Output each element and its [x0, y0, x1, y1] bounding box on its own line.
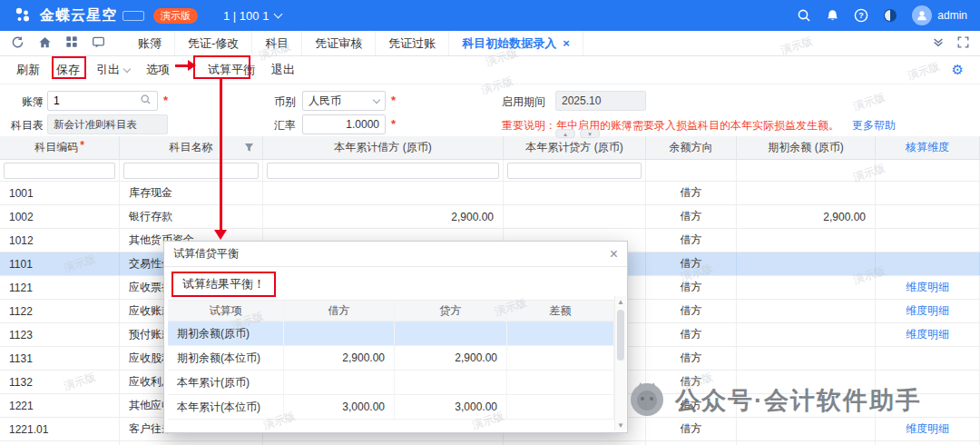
cell-opening-balance[interactable] [737, 300, 876, 322]
currency-select[interactable]: 人民币 [302, 91, 386, 111]
cell-balance-direction[interactable]: 借方 [646, 323, 737, 346]
cell-account-name[interactable]: 库存现金 [120, 182, 263, 204]
cell-opening-balance[interactable] [737, 229, 876, 252]
cell-balance-direction[interactable]: 借方 [646, 205, 737, 228]
options-button[interactable]: 选项 [146, 62, 170, 78]
cell-ytd-debit[interactable] [263, 182, 504, 204]
cell-dimension-link[interactable] [876, 371, 980, 393]
cell-opening-balance[interactable] [737, 323, 876, 346]
cell-balance-direction[interactable]: 借方 [646, 371, 737, 393]
cell-balance-direction[interactable]: 借方 [646, 252, 737, 275]
cell-dimension-link[interactable] [876, 229, 980, 252]
cell-ytd-credit[interactable] [504, 205, 646, 228]
cell-balance-direction[interactable]: 借方 [646, 418, 737, 440]
cell-account-code[interactable]: 1123 [0, 323, 120, 346]
scrollbar-thumb[interactable] [617, 310, 624, 361]
search-icon[interactable] [797, 8, 811, 23]
cell-opening-balance[interactable] [737, 252, 876, 275]
cell-balance-direction[interactable]: 借方 [646, 300, 737, 322]
cell-dimension-link[interactable]: 维度明细 [876, 323, 980, 346]
tab-voucher-post[interactable]: 凭证过账 [376, 31, 449, 55]
scroll-down-icon[interactable]: ▼ [615, 420, 626, 430]
exit-button[interactable]: 退出 [271, 62, 295, 78]
org-selector[interactable]: 1 | 100 1 [223, 9, 281, 23]
cell-account-code[interactable]: 1132 [0, 371, 120, 393]
user-menu[interactable]: admin [912, 5, 967, 25]
collapse-tabs-icon[interactable] [932, 35, 945, 51]
cell-balance-direction[interactable]: 借方 [646, 347, 737, 370]
tab-voucher-audit[interactable]: 凭证审核 [302, 31, 376, 55]
gear-icon[interactable]: ⚙ [952, 62, 964, 78]
tab-initial-data-entry[interactable]: 科目初始数据录入 × [449, 31, 583, 55]
cell-opening-balance[interactable] [737, 371, 876, 393]
fullscreen-icon[interactable] [957, 36, 969, 51]
cell-ytd-credit[interactable] [504, 182, 646, 204]
cell-dimension-link[interactable]: 维度明细 [876, 300, 980, 322]
tab-account[interactable]: 科目 [252, 31, 302, 55]
cell-balance-direction[interactable]: 借方 [646, 182, 737, 204]
apps-grid-icon[interactable] [65, 35, 78, 51]
ledger-input[interactable] [54, 94, 135, 107]
collapse-up-button[interactable]: ▴ [555, 129, 575, 138]
filter-credit-input[interactable] [507, 163, 642, 179]
more-help-link[interactable]: 更多帮助 [852, 119, 896, 132]
cell-dimension-link[interactable]: 维度明细 [876, 276, 980, 299]
cell-dimension-link[interactable] [876, 205, 980, 228]
cell-balance-direction[interactable]: 借方 [646, 276, 737, 299]
filter-name-input[interactable] [123, 163, 259, 179]
tab-voucher-edit[interactable]: 凭证-修改 [175, 31, 252, 55]
cell-account-code[interactable]: 1001 [0, 182, 120, 204]
theme-toggle-icon[interactable] [883, 8, 897, 23]
save-button[interactable]: 保存 [56, 62, 80, 78]
dialog-row-selected[interactable]: 期初余额(原币) [168, 321, 614, 346]
bell-icon[interactable] [826, 8, 839, 23]
cell-account-code[interactable]: 1121 [0, 276, 120, 299]
dialog-titlebar[interactable]: 试算借贷平衡 × [164, 242, 627, 267]
cell-dimension-link[interactable] [876, 182, 980, 204]
message-icon[interactable] [92, 35, 105, 52]
cell-dimension-link[interactable] [876, 252, 980, 275]
cell-opening-balance[interactable] [737, 394, 876, 417]
filter-code-input[interactable] [4, 163, 115, 179]
cell-account-code[interactable]: 1131 [0, 347, 120, 370]
magnifier-icon[interactable] [140, 94, 152, 108]
collapse-down-button[interactable]: ▾ [580, 129, 600, 138]
cell-opening-balance[interactable] [737, 182, 876, 204]
cell-account-code[interactable]: 1122 [0, 300, 120, 322]
cell-account-code[interactable]: 1012 [0, 229, 120, 252]
dialog-row[interactable]: 期初余额(本位币) 2,900.00 2,900.00 [168, 346, 614, 371]
help-icon[interactable]: ? [854, 8, 868, 23]
rate-field[interactable]: 1.0000 [302, 114, 386, 134]
sync-icon[interactable] [11, 35, 24, 52]
refresh-button[interactable]: 刷新 [16, 62, 40, 78]
cell-ytd-debit[interactable]: 2,900.00 [263, 205, 504, 228]
cell-account-code[interactable]: 1002 [0, 205, 120, 228]
col-header-dimensions[interactable]: 核算维度 [876, 136, 980, 159]
tab-ledger[interactable]: 账簿 [125, 31, 175, 55]
dialog-scrollbar[interactable]: ▲ ▼ [614, 296, 626, 430]
cell-opening-balance[interactable]: 2,900.00 [737, 205, 876, 228]
trial-balance-button[interactable]: 试算平衡 [208, 62, 255, 78]
cell-account-code[interactable]: 1101 [0, 252, 120, 275]
cell-account-name[interactable]: 银行存款 [120, 205, 263, 228]
cell-opening-balance[interactable] [737, 418, 876, 440]
cell-opening-balance[interactable] [737, 347, 876, 370]
cell-balance-direction[interactable]: 借方 [646, 394, 737, 417]
scroll-up-icon[interactable]: ▲ [615, 296, 626, 307]
cell-account-code[interactable]: 1221 [0, 394, 120, 417]
filter-funnel-icon[interactable] [244, 143, 254, 155]
home-icon[interactable] [38, 35, 52, 52]
dialog-row[interactable]: 本年累计(本位币) 3,000.00 3,000.00 [168, 395, 614, 420]
filter-debit-input[interactable] [267, 163, 499, 179]
close-icon[interactable]: × [610, 247, 618, 262]
tab-close-icon[interactable]: × [563, 36, 570, 50]
cell-dimension-link[interactable]: 维度明细 [876, 418, 980, 440]
export-button[interactable]: 引出 [96, 62, 130, 78]
cell-opening-balance[interactable] [737, 276, 876, 299]
dialog-row[interactable]: 本年累计(原币) [168, 371, 614, 395]
cell-balance-direction[interactable]: 借方 [646, 229, 737, 252]
cell-dimension-link[interactable] [876, 394, 980, 417]
ledger-field[interactable] [47, 91, 158, 111]
cell-account-code[interactable]: 1221.01 [0, 418, 120, 440]
cell-dimension-link[interactable] [876, 347, 980, 370]
